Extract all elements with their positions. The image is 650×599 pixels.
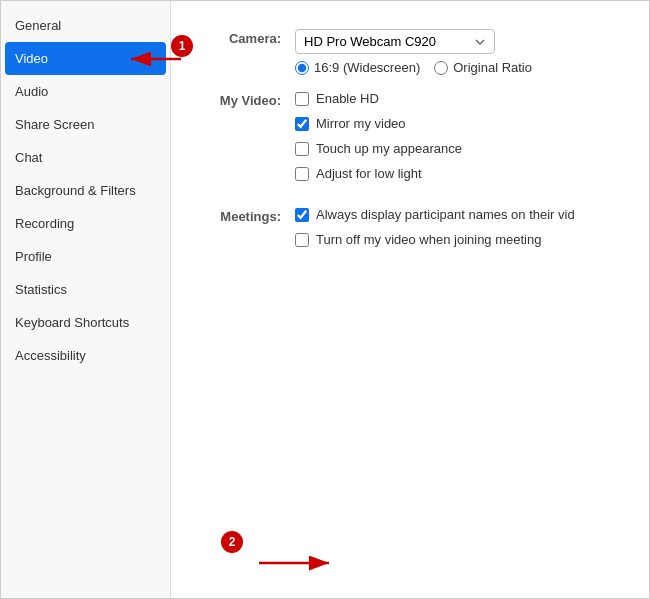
- settings-section: Camera: HD Pro Webcam C920 Default Camer…: [195, 21, 625, 257]
- sidebar-item-chat[interactable]: Chat: [1, 141, 170, 174]
- original-ratio-radio[interactable]: [434, 61, 448, 75]
- widescreen-label: 16:9 (Widescreen): [314, 60, 420, 75]
- display-names-label: Always display participant names on thei…: [316, 207, 575, 222]
- low-light-label: Adjust for low light: [316, 166, 422, 181]
- low-light-checkbox[interactable]: [295, 167, 309, 181]
- main-content: Camera: HD Pro Webcam C920 Default Camer…: [171, 1, 649, 598]
- mirror-video-option[interactable]: Mirror my video: [295, 116, 625, 131]
- touch-up-label: Touch up my appearance: [316, 141, 462, 156]
- turn-off-video-checkbox[interactable]: [295, 233, 309, 247]
- display-names-option[interactable]: Always display participant names on thei…: [295, 207, 625, 222]
- low-light-option[interactable]: Adjust for low light: [295, 166, 625, 181]
- widescreen-radio-option[interactable]: 16:9 (Widescreen): [295, 60, 420, 75]
- sidebar-item-general[interactable]: General: [1, 9, 170, 42]
- display-names-checkbox[interactable]: [295, 208, 309, 222]
- touch-up-option[interactable]: Touch up my appearance: [295, 141, 625, 156]
- my-video-controls: Enable HD Mirror my video Touch up my ap…: [295, 91, 625, 191]
- turn-off-video-label: Turn off my video when joining meeting: [316, 232, 541, 247]
- meetings-controls: Always display participant names on thei…: [295, 207, 625, 257]
- sidebar-item-recording[interactable]: Recording: [1, 207, 170, 240]
- sidebar-item-statistics[interactable]: Statistics: [1, 273, 170, 306]
- enable-hd-label: Enable HD: [316, 91, 379, 106]
- camera-dropdown[interactable]: HD Pro Webcam C920 Default Camera Virtua…: [295, 29, 495, 54]
- widescreen-radio[interactable]: [295, 61, 309, 75]
- camera-row: Camera: HD Pro Webcam C920 Default Camer…: [195, 29, 625, 75]
- sidebar: General Video Audio Share Screen Chat Ba…: [1, 1, 171, 598]
- mirror-video-checkbox[interactable]: [295, 117, 309, 131]
- camera-label: Camera:: [195, 29, 295, 46]
- turn-off-video-option[interactable]: Turn off my video when joining meeting: [295, 232, 625, 247]
- original-ratio-label: Original Ratio: [453, 60, 532, 75]
- sidebar-item-profile[interactable]: Profile: [1, 240, 170, 273]
- sidebar-item-background-filters[interactable]: Background & Filters: [1, 174, 170, 207]
- enable-hd-option[interactable]: Enable HD: [295, 91, 625, 106]
- camera-select-group: HD Pro Webcam C920 Default Camera Virtua…: [295, 29, 625, 54]
- sidebar-item-share-screen[interactable]: Share Screen: [1, 108, 170, 141]
- touch-up-checkbox[interactable]: [295, 142, 309, 156]
- my-video-label: My Video:: [195, 91, 295, 108]
- enable-hd-checkbox[interactable]: [295, 92, 309, 106]
- camera-controls: HD Pro Webcam C920 Default Camera Virtua…: [295, 29, 625, 75]
- ratio-radio-group: 16:9 (Widescreen) Original Ratio: [295, 60, 625, 75]
- my-video-row: My Video: Enable HD Mirror my video Touc…: [195, 91, 625, 191]
- mirror-video-label: Mirror my video: [316, 116, 406, 131]
- meetings-label: Meetings:: [195, 207, 295, 224]
- sidebar-item-audio[interactable]: Audio: [1, 75, 170, 108]
- original-ratio-radio-option[interactable]: Original Ratio: [434, 60, 532, 75]
- sidebar-item-video[interactable]: Video: [5, 42, 166, 75]
- meetings-row: Meetings: Always display participant nam…: [195, 207, 625, 257]
- sidebar-item-keyboard-shortcuts[interactable]: Keyboard Shortcuts: [1, 306, 170, 339]
- sidebar-item-accessibility[interactable]: Accessibility: [1, 339, 170, 372]
